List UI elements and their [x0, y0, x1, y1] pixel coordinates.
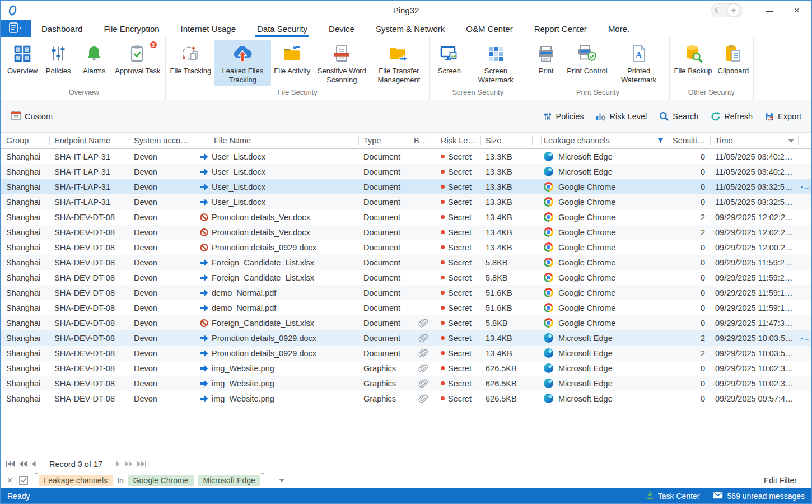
- filter-dropdown-caret[interactable]: [279, 479, 284, 482]
- table-row[interactable]: ShanghaiSHA-IT-LAP-31DevonUser_List.docx…: [1, 179, 811, 194]
- table-row[interactable]: ShanghaiSHA-IT-LAP-31DevonUser_List.docx…: [1, 194, 811, 209]
- ribbon-item-file-backup[interactable]: File Backup: [671, 40, 715, 77]
- tab-device[interactable]: Device: [318, 20, 365, 37]
- cell-group: Shanghai: [1, 183, 50, 192]
- table-row[interactable]: ShanghaiSHA-DEV-DT-08DevonPromotion deta…: [1, 240, 811, 255]
- ribbon-item-screen[interactable]: Screen: [431, 40, 467, 77]
- ribbon-item-label: Print: [539, 67, 554, 76]
- minimize-button[interactable]: —: [757, 6, 782, 15]
- cell-type: Document: [359, 213, 409, 222]
- next-page-button[interactable]: [124, 461, 133, 467]
- ribbon-item-clipboard[interactable]: Clipboard: [715, 40, 752, 77]
- theme-toggle[interactable]: ☾ ☀: [711, 3, 743, 17]
- unread-messages-button[interactable]: 569 unread messages: [713, 492, 805, 501]
- risk-dot-icon: [441, 336, 445, 340]
- first-record-button[interactable]: [5, 461, 15, 467]
- table-row[interactable]: ShanghaiSHA-DEV-DT-08Devonimg_Website.pn…: [1, 361, 811, 376]
- table-row[interactable]: ShanghaiSHA-DEV-DT-08DevonForeign_Candid…: [1, 255, 811, 270]
- close-button[interactable]: ×: [782, 5, 811, 16]
- table-row[interactable]: ShanghaiSHA-DEV-DT-08DevonPromotion deta…: [1, 209, 811, 225]
- filter-value-chip[interactable]: Google Chrome: [128, 475, 194, 486]
- custom-date-button[interactable]: 23 Custom: [11, 110, 53, 122]
- task-center-button[interactable]: Task Center: [646, 491, 700, 501]
- ribbon-item-sensitive-word-scanning[interactable]: Sensitive Word Scanning: [313, 40, 370, 86]
- table-row[interactable]: ShanghaiSHA-DEV-DT-08Devonimg_Website.pn…: [1, 376, 811, 391]
- column-header-time[interactable]: Time: [711, 133, 799, 148]
- row-more-button[interactable]: •••: [799, 335, 811, 342]
- column-header-risk[interactable]: Risk Level: [436, 133, 481, 148]
- tab-data-security[interactable]: Data Security: [246, 20, 318, 37]
- filter-value-chip[interactable]: Microsoft Edge: [198, 475, 260, 486]
- tab-dashboard[interactable]: Dashboard: [31, 20, 93, 37]
- ribbon-item-overview[interactable]: Overview: [4, 40, 40, 77]
- tab-o-m-center[interactable]: O&M Center: [455, 20, 523, 37]
- tab-internet-usage[interactable]: Internet Usage: [170, 20, 246, 37]
- table-row[interactable]: ShanghaiSHA-DEV-DT-08DevonForeign_Candid…: [1, 315, 811, 330]
- ribbon-item-leaked-files-tracking[interactable]: Leaked Files Tracking: [214, 40, 271, 86]
- risk-level-button[interactable]: Risk Level: [596, 111, 647, 121]
- ribbon-item-print[interactable]: Print: [528, 40, 564, 77]
- next-record-button[interactable]: [115, 461, 120, 467]
- risk-label: Secret: [448, 213, 472, 222]
- column-dropdown-icon[interactable]: [788, 139, 794, 143]
- search-button[interactable]: Search: [659, 111, 698, 122]
- filter-operator[interactable]: In: [117, 476, 124, 485]
- column-header-type[interactable]: Type: [359, 133, 409, 148]
- filter-enabled-checkbox[interactable]: [19, 476, 28, 485]
- table-row[interactable]: ShanghaiSHA-DEV-DT-08DevonForeign_Candid…: [1, 270, 811, 285]
- cell-file-name: Foreign_Candidate_List.xlsx: [209, 273, 359, 282]
- last-record-button[interactable]: [137, 461, 147, 467]
- tab-more[interactable]: More.: [598, 20, 640, 37]
- tab-file-encryption[interactable]: File Encryption: [93, 20, 170, 37]
- tab-system-network[interactable]: System & Network: [365, 20, 455, 37]
- ribbon-item-screen-watermark[interactable]: Screen Watermark: [467, 40, 524, 86]
- row-more-button[interactable]: •••: [799, 184, 811, 190]
- cell-account: Devon: [129, 228, 195, 237]
- ribbon-group-items: File BackupClipboard: [671, 37, 752, 87]
- risk-dot-icon: [441, 215, 445, 219]
- column-header-endpoint[interactable]: Endpoint Name: [50, 133, 129, 148]
- table-row[interactable]: ShanghaiSHA-DEV-DT-08Devondemo_Normal.pd…: [1, 300, 811, 315]
- refresh-button[interactable]: Refresh: [711, 111, 753, 122]
- column-header-account[interactable]: System account: [129, 133, 195, 148]
- channel-name: Google Chrome: [558, 273, 615, 282]
- ribbon-item-policies[interactable]: Policies: [40, 40, 76, 77]
- app-menu-button[interactable]: [1, 20, 31, 37]
- cell-file-name: User_List.docx: [209, 198, 359, 207]
- export-button[interactable]: Export: [765, 111, 801, 122]
- table-row[interactable]: ShanghaiSHA-DEV-DT-08DevonPromotion deta…: [1, 225, 811, 240]
- filter-funnel-icon[interactable]: [657, 138, 664, 144]
- column-header-size[interactable]: Size: [481, 133, 533, 148]
- ribbon-item-alarms[interactable]: Alarms: [76, 40, 112, 77]
- column-header-file[interactable]: File Name: [209, 133, 359, 148]
- edit-filter-link[interactable]: Edit Filter: [764, 476, 805, 485]
- tab-report-center[interactable]: Report Center: [524, 20, 598, 37]
- cell-type: Document: [359, 183, 409, 192]
- prev-page-button[interactable]: [19, 461, 27, 467]
- ribbon-item-printed-watermark[interactable]: APrinted Watermark: [610, 40, 668, 86]
- prev-record-button[interactable]: [31, 461, 36, 467]
- policies-button[interactable]: Policies: [543, 112, 584, 121]
- table-row[interactable]: ShanghaiSHA-DEV-DT-08Devonimg_Website.pn…: [1, 391, 811, 406]
- cell-risk-level: Secret: [436, 228, 481, 237]
- cell-time: 11/05/2025 03:32:57 PM: [711, 198, 799, 207]
- ribbon-item-file-transfer-management[interactable]: File Transfer Management: [370, 40, 427, 86]
- tab-label: Internet Usage: [181, 24, 236, 34]
- table-row[interactable]: ShanghaiSHA-IT-LAP-31DevonUser_List.docx…: [1, 164, 811, 179]
- remove-filter-button[interactable]: ×: [7, 475, 12, 486]
- ribbon-item-file-activity[interactable]: File Activity: [271, 40, 313, 77]
- ribbon-item-file-tracking[interactable]: File Tracking: [167, 40, 214, 77]
- filter-field-chip[interactable]: Leakage channels: [39, 475, 113, 486]
- ribbon-item-print-control[interactable]: Print Control: [564, 40, 610, 77]
- ribbon-item-approval-task[interactable]: Approval Task3: [112, 40, 163, 77]
- column-header-sensitive[interactable]: Sensitive ...: [668, 133, 711, 148]
- table-row[interactable]: ShanghaiSHA-DEV-DT-08Devondemo_Normal.pd…: [1, 285, 811, 300]
- t-sliders-icon: [543, 112, 552, 121]
- table-row[interactable]: ShanghaiSHA-IT-LAP-31DevonUser_List.docx…: [1, 149, 811, 164]
- table-row[interactable]: ShanghaiSHA-DEV-DT-08DevonPromotion deta…: [1, 330, 811, 346]
- column-header-channel[interactable]: Leakage channels: [539, 133, 668, 148]
- cell-risk-level: Secret: [436, 394, 481, 403]
- column-header-backup[interactable]: Backup: [409, 133, 436, 148]
- column-header-group[interactable]: Group: [1, 133, 50, 148]
- table-row[interactable]: ShanghaiSHA-DEV-DT-08DevonPromotion deta…: [1, 346, 811, 361]
